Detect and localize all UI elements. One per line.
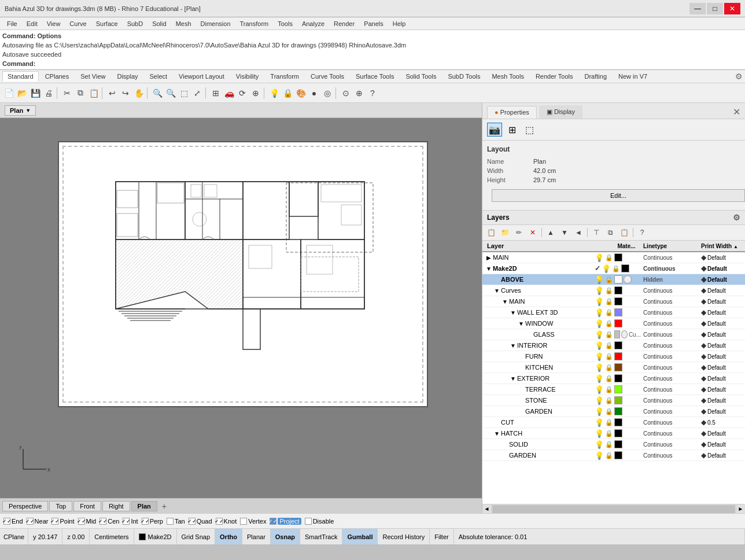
layers-paste-icon[interactable]: 📋: [618, 227, 630, 238]
lock-glass[interactable]: 🔒: [605, 331, 613, 338]
tab-visibility[interactable]: Visibility: [231, 71, 264, 82]
material-icon[interactable]: 🎨: [294, 87, 307, 100]
color-curves[interactable]: [614, 286, 622, 294]
save-icon[interactable]: 💾: [29, 87, 42, 100]
light-icon[interactable]: 💡: [268, 87, 281, 100]
snap-tan-checkbox[interactable]: [167, 518, 174, 525]
vis-main[interactable]: 💡: [595, 253, 604, 262]
layer-row-curves[interactable]: ▼ Curves 💡 🔒 Continuous ◆ Default: [482, 285, 745, 296]
menu-item-dimension[interactable]: Dimension: [196, 19, 235, 28]
color-garden-ext[interactable]: [614, 407, 622, 415]
layer-row-hatch[interactable]: ▼ HATCH 💡 🔒 Continuous ◆ Default: [482, 428, 745, 439]
layers-content[interactable]: ▶ MAIN 💡 🔒 Continuous ◆ Default ▼: [482, 252, 745, 504]
menu-item-tools[interactable]: Tools: [273, 19, 297, 28]
snap-vertex-checkbox[interactable]: [240, 518, 247, 525]
zoom-in-icon[interactable]: 🔍: [151, 87, 164, 100]
expand-exterior[interactable]: ▼: [509, 375, 517, 382]
color-window[interactable]: [614, 319, 622, 327]
snap-int-checkbox[interactable]: ✓: [123, 518, 130, 525]
layers-left-icon[interactable]: ◄: [572, 227, 585, 238]
menu-item-render[interactable]: Render: [329, 19, 359, 28]
vis-terrace[interactable]: 💡: [595, 385, 604, 394]
status-filter[interactable]: Filter: [430, 529, 453, 544]
snap-near[interactable]: ✓ Near: [27, 518, 49, 525]
status-grid-snap[interactable]: Grid Snap: [177, 529, 216, 544]
menu-item-panels[interactable]: Panels: [359, 19, 388, 28]
viewport-add-button[interactable]: +: [158, 500, 170, 512]
viewport-tab-perspective[interactable]: Perspective: [2, 501, 48, 511]
lock-interior[interactable]: 🔒: [605, 342, 613, 349]
redo-icon[interactable]: ↪: [119, 87, 132, 100]
color-wall-ext[interactable]: [614, 308, 622, 316]
snap-near-checkbox[interactable]: ✓: [27, 518, 34, 525]
grid-icon[interactable]: ⊞: [209, 87, 222, 100]
color-curves-main[interactable]: [614, 297, 622, 305]
expand-make2d[interactable]: ▼: [485, 266, 493, 272]
copy-icon[interactable]: ⧉: [74, 87, 87, 100]
snap-project-checkbox[interactable]: ✓: [270, 518, 276, 525]
vis-above[interactable]: 💡: [595, 275, 604, 284]
car-icon[interactable]: 🚗: [223, 87, 235, 100]
layer-row-curves-main[interactable]: ▼ MAIN 💡 🔒 Continuous ◆ Default: [482, 296, 745, 307]
expand-curves[interactable]: ▼: [493, 288, 501, 294]
command-input[interactable]: [38, 60, 117, 67]
menu-item-view[interactable]: View: [42, 19, 65, 28]
tab-display[interactable]: ▣ Display: [539, 105, 582, 119]
lock-garden-ext[interactable]: 🔒: [605, 408, 613, 415]
color-kitchen[interactable]: [614, 363, 622, 371]
camera-mode-icon[interactable]: 📷: [487, 123, 502, 137]
pan-icon[interactable]: ✋: [132, 87, 145, 100]
lock-kitchen[interactable]: 🔒: [605, 364, 613, 371]
layers-hscroll[interactable]: ◄ ►: [482, 504, 745, 513]
menu-item-mesh[interactable]: Mesh: [171, 19, 196, 28]
layers-hscroll-left[interactable]: ◄: [482, 504, 492, 514]
vis-hatch[interactable]: 💡: [595, 429, 604, 438]
expand-main[interactable]: ▶: [485, 255, 493, 261]
tab-new-v7[interactable]: New in V7: [613, 71, 652, 82]
lock-furn[interactable]: 🔒: [605, 353, 613, 360]
minimize-button[interactable]: —: [689, 3, 706, 14]
vis-kitchen[interactable]: 💡: [595, 363, 604, 372]
layer-row-terrace[interactable]: TERRACE 💡 🔒 Continuous ◆ Default: [482, 384, 745, 395]
layer-row-kitchen[interactable]: KITCHEN 💡 🔒 Continuous ◆ Default: [482, 362, 745, 373]
layer-row-garden-ext[interactable]: GARDEN 💡 🔒 Continuous ◆ Default: [482, 406, 745, 417]
layers-folder-icon[interactable]: 📁: [499, 227, 511, 238]
layer-row-exterior[interactable]: ▼ EXTERIOR 💡 🔒 Continuous ◆ Default: [482, 373, 745, 384]
cut-icon[interactable]: ✂: [61, 87, 73, 100]
snap-point-checkbox[interactable]: ✓: [51, 518, 58, 525]
status-ortho[interactable]: Ortho: [215, 529, 242, 544]
tab-standard[interactable]: Standard: [2, 71, 39, 82]
tab-render-tools[interactable]: Render Tools: [530, 71, 578, 82]
color-terrace[interactable]: [614, 385, 622, 393]
toolbar-settings-icon[interactable]: ⚙: [735, 72, 743, 81]
tab-solid-tools[interactable]: Solid Tools: [400, 71, 441, 82]
expand-curves-main[interactable]: ▼: [501, 299, 509, 305]
zoom-out-icon[interactable]: 🔍: [164, 87, 177, 100]
status-osnap[interactable]: Osnap: [271, 529, 300, 544]
tab-subd-tools[interactable]: SubD Tools: [442, 71, 485, 82]
status-record-history[interactable]: Record History: [378, 529, 430, 544]
snap-tan[interactable]: Tan: [167, 518, 185, 525]
color-main[interactable]: [614, 253, 622, 261]
menu-item-transform[interactable]: Transform: [235, 19, 274, 28]
snap-knot-checkbox[interactable]: ✓: [216, 518, 223, 525]
layers-hscroll-thumb[interactable]: [492, 505, 735, 513]
snap-project[interactable]: ✓ Project: [270, 518, 301, 525]
expand-interior[interactable]: ▼: [509, 342, 517, 349]
zoom-window-icon[interactable]: ⬚: [178, 87, 190, 100]
expand-hatch[interactable]: ▼: [493, 430, 501, 437]
viewport-name-label[interactable]: Plan ▼: [5, 105, 36, 116]
viewport-tab-right[interactable]: Right: [102, 501, 130, 511]
layer-row-make2d[interactable]: ▼ Make2D ✓ 💡 🔒 Continuous ◆ Default: [482, 263, 745, 274]
panel-close-button[interactable]: ✕: [733, 106, 740, 117]
layers-copy-icon[interactable]: ⧉: [604, 227, 617, 238]
status-layer[interactable]: Make2D: [134, 529, 177, 544]
color-furn[interactable]: [614, 352, 622, 360]
layer-row-above[interactable]: ABOVE 💡 🔒 Hidden ◆ Default: [482, 274, 745, 285]
menu-item-curve[interactable]: Curve: [65, 19, 91, 28]
vis-glass[interactable]: 💡: [595, 330, 604, 339]
vis-curves-main[interactable]: 💡: [595, 297, 604, 306]
scale-icon[interactable]: ⊕: [249, 87, 262, 100]
gumball-icon[interactable]: ⊕: [353, 87, 366, 100]
lock-window[interactable]: 🔒: [605, 320, 613, 327]
